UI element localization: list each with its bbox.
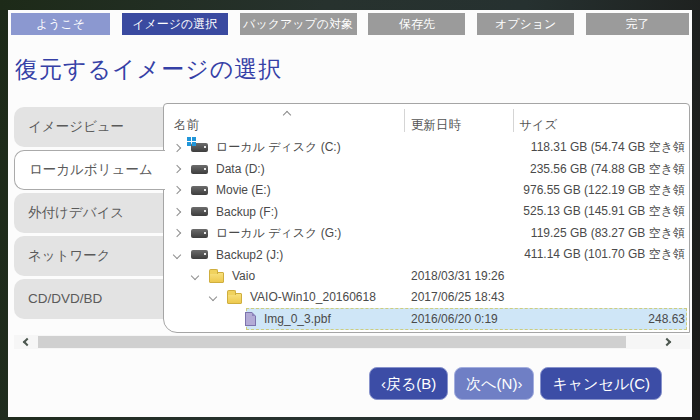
column-header-name[interactable]: 名前 xyxy=(174,117,199,134)
wizard-tab[interactable]: ようこそ xyxy=(11,13,110,35)
item-name: VAIO-Win10_20160618 xyxy=(250,290,376,304)
action-button[interactable]: キャンセル(C) xyxy=(540,367,662,400)
table-row[interactable]: ローカル ディスク (G:) 119.25 GB (83.27 GB 空き領 xyxy=(164,223,689,244)
sidebar-tab-label: ネットワーク xyxy=(28,248,111,263)
sidebar-tab[interactable]: 外付けデバイス xyxy=(14,193,163,233)
file-icon xyxy=(245,312,256,326)
expander-chevron-icon[interactable] xyxy=(209,293,217,301)
table-row[interactable]: Backup2 (J:) 411.14 GB (101.70 GB 空き領 xyxy=(164,244,689,265)
expander-chevron-icon[interactable] xyxy=(173,186,181,194)
wizard-window: ようこそ イメージの選択 バックアップの対象 保存先 オプション 完了 復元する… xyxy=(8,10,692,417)
table-row[interactable]: Vaio 2018/03/31 19:26 xyxy=(164,265,689,286)
wizard-tab[interactable]: 保存先 xyxy=(368,13,465,35)
sidebar-tab[interactable]: CD/DVD/BD xyxy=(14,279,163,319)
expander-chevron-icon[interactable] xyxy=(191,272,199,280)
item-name: Vaio xyxy=(232,269,255,283)
wizard-tab-label: 保存先 xyxy=(399,17,435,31)
table-header: 名前 更新日時 サイズ xyxy=(164,104,689,137)
name-cell: Img_0_3.pbf xyxy=(228,312,331,326)
name-cell: ローカル ディスク (G:) xyxy=(174,225,341,242)
size-cell: 525.13 GB (145.91 GB 空き領 xyxy=(513,203,685,220)
expander-chevron-icon[interactable] xyxy=(173,208,181,216)
chevron-left-icon[interactable] xyxy=(23,338,31,346)
sidebar-tab[interactable]: ネットワーク xyxy=(14,236,163,276)
column-divider xyxy=(513,109,514,132)
item-size: 248.63 xyxy=(648,312,685,326)
table-row[interactable]: Movie (E:) 976.55 GB (122.19 GB 空き領 xyxy=(164,180,689,201)
name-cell: Movie (E:) xyxy=(174,183,271,197)
sidebar-tab[interactable]: ローカルボリューム xyxy=(14,150,165,190)
table-row[interactable]: Data (D:) 235.56 GB (74.88 GB 空き領 xyxy=(164,158,689,179)
sidebar-tab-label: ローカルボリューム xyxy=(29,162,153,177)
horizontal-scrollbar[interactable] xyxy=(14,335,690,349)
column-header-size[interactable]: サイズ xyxy=(519,117,557,134)
table-row[interactable]: Backup (F:) 525.13 GB (145.91 GB 空き領 xyxy=(164,201,689,222)
item-name: Data (D:) xyxy=(216,162,265,176)
wizard-tab-label: バックアップの対象 xyxy=(243,17,353,31)
size-cell: 976.55 GB (122.19 GB 空き領 xyxy=(513,182,685,199)
action-button-label: キャンセル(C) xyxy=(552,375,650,392)
scrollbar-thumb[interactable] xyxy=(38,336,626,348)
action-button[interactable]: 次へ(N)› xyxy=(454,367,534,400)
wizard-tab[interactable]: オプション xyxy=(477,13,574,35)
item-size: 118.31 GB (54.74 GB 空き領 xyxy=(531,139,685,156)
modified-date: 2017/06/25 18:43 xyxy=(411,290,504,304)
item-size: 976.55 GB (122.19 GB 空き領 xyxy=(523,182,685,199)
column-header-modified[interactable]: 更新日時 xyxy=(411,117,461,134)
column-divider xyxy=(404,109,405,132)
item-name: ローカル ディスク (C:) xyxy=(216,139,341,156)
folder-icon xyxy=(227,293,242,304)
file-browser-panel: 名前 更新日時 サイズ ローカル ディスク (C:) 118.31 GB (54… xyxy=(163,103,690,333)
wizard-tab-label: 完了 xyxy=(625,17,649,31)
wizard-tab-label: イメージの選択 xyxy=(132,17,217,31)
expander-chevron-icon[interactable] xyxy=(173,143,181,151)
table-row[interactable]: ローカル ディスク (C:) 118.31 GB (54.74 GB 空き領 xyxy=(164,137,689,158)
wizard-tab[interactable]: バックアップの対象 xyxy=(240,13,357,35)
item-name: Movie (E:) xyxy=(216,183,271,197)
size-cell: 118.31 GB (54.74 GB 空き領 xyxy=(513,139,685,156)
size-cell: 119.25 GB (83.27 GB 空き領 xyxy=(513,225,685,242)
action-button-label: 次へ(N)› xyxy=(466,375,522,392)
item-name: Img_0_3.pbf xyxy=(264,312,331,326)
expander-chevron-icon[interactable] xyxy=(173,229,181,237)
name-cell: ローカル ディスク (C:) xyxy=(174,139,341,156)
item-size: 411.14 GB (101.70 GB 空き領 xyxy=(524,246,685,263)
name-cell: VAIO-Win10_20160618 xyxy=(210,290,376,304)
expander-chevron-icon[interactable] xyxy=(173,165,181,173)
drive-icon xyxy=(191,229,208,238)
table-row[interactable]: VAIO-Win10_20160618 2017/06/25 18:43 xyxy=(164,287,689,308)
expander-chevron-icon[interactable] xyxy=(173,250,181,258)
sidebar-tab-label: 外付けデバイス xyxy=(28,205,124,220)
desktop-background: ようこそ イメージの選択 バックアップの対象 保存先 オプション 完了 復元する… xyxy=(0,0,700,420)
modified-date: 2018/03/31 19:26 xyxy=(411,269,504,283)
name-cell: Data (D:) xyxy=(174,162,265,176)
sidebar-tabs: イメージビュー ローカルボリューム 外付けデバイス ネットワーク CD/DVD/… xyxy=(14,107,165,322)
item-name: Backup2 (J:) xyxy=(216,248,283,262)
wizard-tab[interactable]: イメージの選択 xyxy=(122,13,228,35)
folder-icon xyxy=(209,272,224,283)
modified-date: 2016/06/20 0:19 xyxy=(411,312,498,326)
drive-system-icon xyxy=(191,143,208,152)
wizard-tab[interactable]: 完了 xyxy=(586,13,689,35)
size-cell: 235.56 GB (74.88 GB 空き領 xyxy=(513,161,685,178)
chevron-right-icon[interactable] xyxy=(663,338,671,346)
action-button-row: ‹戻る(B) 次へ(N)› キャンセル(C) xyxy=(369,367,662,400)
wizard-tab-label: オプション xyxy=(495,17,556,31)
item-size: 235.56 GB (74.88 GB 空き領 xyxy=(530,161,685,178)
item-size: 119.25 GB (83.27 GB 空き領 xyxy=(531,225,685,242)
action-button[interactable]: ‹戻る(B) xyxy=(369,367,448,400)
name-cell: Vaio xyxy=(192,269,255,283)
drive-icon xyxy=(191,186,208,195)
name-cell: Backup2 (J:) xyxy=(174,248,283,262)
size-cell: 411.14 GB (101.70 GB 空き領 xyxy=(513,246,685,263)
drive-icon xyxy=(191,165,208,174)
table-body: ローカル ディスク (C:) 118.31 GB (54.74 GB 空き領 D… xyxy=(164,137,689,330)
page-title: 復元するイメージの選択 xyxy=(15,54,282,85)
table-row[interactable]: Img_0_3.pbf 2016/06/20 0:19 248.63 xyxy=(164,308,689,329)
sidebar-tab[interactable]: イメージビュー xyxy=(14,107,163,147)
item-size: 525.13 GB (145.91 GB 空き領 xyxy=(523,203,685,220)
action-button-label: ‹戻る(B) xyxy=(381,375,436,392)
item-name: Backup (F:) xyxy=(216,205,278,219)
drive-icon xyxy=(191,207,208,216)
item-name: ローカル ディスク (G:) xyxy=(216,225,341,242)
